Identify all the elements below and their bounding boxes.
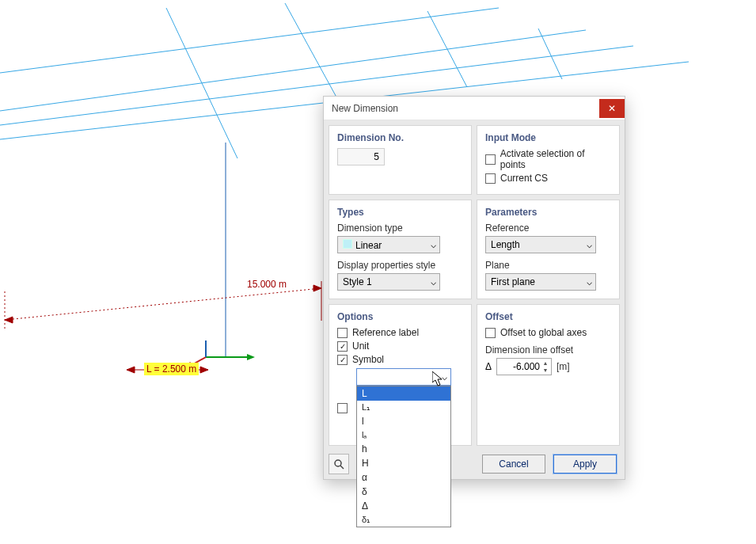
- checkbox-label: Offset to global axes: [500, 327, 587, 338]
- checkbox-reference-label[interactable]: [337, 328, 348, 338]
- svg-marker-20: [127, 367, 135, 373]
- checkbox-label: Current CS: [500, 173, 548, 184]
- dropdown-option[interactable]: H: [357, 456, 450, 470]
- field-label: Reference: [485, 223, 611, 234]
- dropdown-option[interactable]: l: [357, 414, 450, 428]
- checkbox-label: Unit: [352, 340, 369, 352]
- checkbox-symbol[interactable]: ✓: [337, 355, 348, 365]
- field-label: Display properties style: [337, 260, 463, 271]
- magnifier-icon: [333, 458, 344, 470]
- dropdown-option[interactable]: L₁: [357, 401, 450, 414]
- titlebar[interactable]: New Dimension ✕: [324, 97, 625, 120]
- field-label: Dimension type: [337, 223, 463, 234]
- checkbox-unit[interactable]: ✓: [337, 341, 348, 352]
- svg-marker-10: [247, 354, 255, 360]
- svg-marker-21: [200, 367, 208, 373]
- svg-line-4: [166, 8, 237, 158]
- svg-line-16: [5, 288, 321, 320]
- dropdown-option[interactable]: Δ: [357, 499, 450, 513]
- chevron-down-icon: ⌵: [431, 276, 436, 287]
- chevron-down-icon: ⌵: [587, 239, 592, 250]
- checkbox-offset-global[interactable]: [485, 328, 496, 338]
- panel-offset: Offset Offset to global axes Dimension l…: [477, 304, 620, 446]
- panel-options: Options Reference label ✓ Unit ✓ Symbol …: [329, 304, 472, 446]
- panel-heading: Types: [337, 207, 463, 218]
- svg-line-24: [340, 466, 344, 469]
- dropdown-option[interactable]: δ: [357, 485, 450, 499]
- dropdown-option[interactable]: lₐ: [357, 428, 450, 442]
- symbol-dropdown[interactable]: L L₁ l lₐ h H α δ Δ δ₁: [356, 386, 451, 527]
- apply-button[interactable]: Apply: [553, 455, 617, 474]
- unit-label: [m]: [557, 361, 570, 372]
- dimension-text-2: L = 2.500 m: [144, 363, 199, 375]
- stepper-up[interactable]: ▲: [541, 359, 550, 367]
- panel-heading: Input Mode: [485, 132, 611, 143]
- new-dimension-dialog: New Dimension ✕ Dimension No. 5 Input Mo…: [323, 96, 625, 480]
- dialog-title: New Dimension: [332, 103, 398, 114]
- svg-point-23: [335, 460, 341, 466]
- checkbox-label: Reference label: [352, 327, 419, 338]
- type-swatch: [343, 239, 352, 249]
- dimension-no-input[interactable]: 5: [337, 148, 385, 165]
- display-style-select[interactable]: Style 1 ⌵: [337, 273, 440, 291]
- symbol-select[interactable]: ⌵: [356, 368, 451, 386]
- panel-heading: Parameters: [485, 207, 611, 218]
- panel-parameters: Parameters Reference Length ⌵ Plane Firs…: [477, 200, 620, 299]
- svg-line-7: [538, 29, 562, 79]
- field-label: Dimension line offset: [485, 344, 611, 356]
- svg-line-6: [427, 11, 467, 87]
- svg-marker-17: [5, 317, 13, 323]
- chevron-down-icon: ⌵: [587, 276, 592, 287]
- checkbox-activate-points[interactable]: [485, 154, 496, 165]
- reference-select[interactable]: Length ⌵: [485, 236, 596, 253]
- close-icon: ✕: [608, 103, 616, 114]
- dimension-type-select[interactable]: Linear ⌵: [337, 236, 440, 253]
- dropdown-option[interactable]: δ₁: [357, 513, 450, 527]
- panel-types: Types Dimension type Linear ⌵ Display pr…: [329, 200, 472, 299]
- chevron-down-icon: ⌵: [431, 239, 436, 250]
- checkbox-current-cs[interactable]: [485, 173, 496, 184]
- panel-heading: Options: [337, 311, 463, 322]
- svg-line-0: [0, 8, 499, 73]
- help-button[interactable]: [329, 454, 349, 474]
- plane-select[interactable]: First plane ⌵: [485, 273, 596, 291]
- chevron-down-icon: ⌵: [442, 371, 447, 382]
- svg-marker-18: [313, 285, 321, 291]
- cancel-button[interactable]: Cancel: [482, 455, 545, 474]
- panel-dimension-no: Dimension No. 5: [329, 125, 472, 195]
- dropdown-option[interactable]: α: [357, 470, 450, 485]
- checkbox-hidden[interactable]: [337, 403, 348, 413]
- panel-heading: Offset: [485, 311, 611, 322]
- delta-symbol: Δ: [485, 361, 492, 372]
- field-label: Plane: [485, 260, 611, 271]
- dropdown-option[interactable]: h: [357, 442, 450, 456]
- offset-value-input[interactable]: -6.000 ▲ ▼: [496, 358, 552, 375]
- checkbox-label: Activate selection of points: [500, 148, 611, 170]
- dropdown-option[interactable]: L: [357, 386, 450, 401]
- panel-heading: Dimension No.: [337, 132, 463, 143]
- close-button[interactable]: ✕: [599, 99, 625, 118]
- stepper-down[interactable]: ▼: [541, 367, 550, 374]
- checkbox-label: Symbol: [352, 354, 384, 365]
- panel-input-mode: Input Mode Activate selection of points …: [477, 125, 620, 195]
- dimension-text-1: 15.000 m: [247, 279, 287, 290]
